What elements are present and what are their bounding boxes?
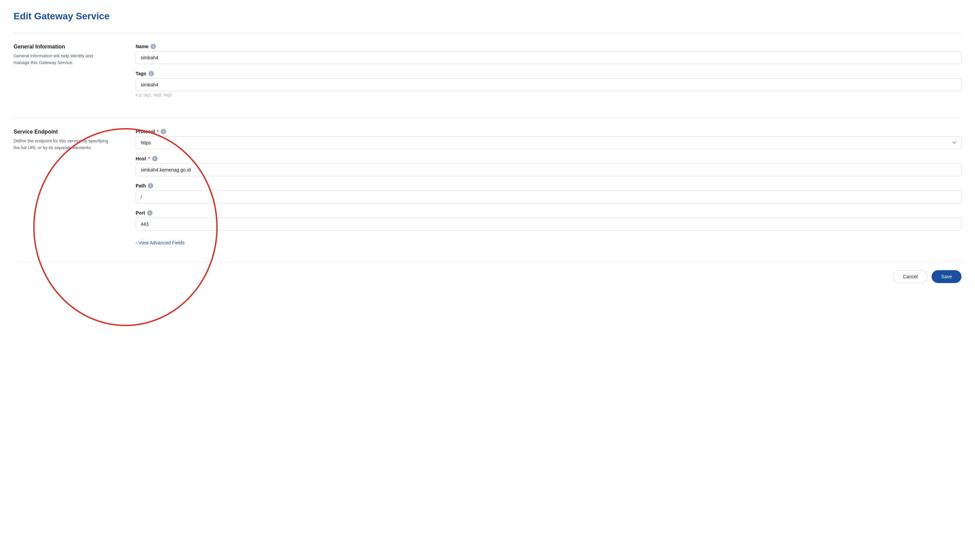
general-info-fields: Name i Tags i e.g. tag1, tag2, tag3 [136,44,962,104]
path-info-icon[interactable]: i [148,183,153,188]
host-field-group: Host * i [136,156,962,176]
name-label: Name i [136,44,962,49]
service-endpoint-layout: Service Endpoint Define the endpoint for… [13,129,962,245]
port-field-group: Port i [136,210,962,230]
name-field-group: Name i [136,44,962,64]
tags-label: Tags i [136,71,962,76]
host-input[interactable] [136,163,962,176]
tags-hint: e.g. tag1, tag2, tag3 [136,93,962,97]
footer-actions: Cancel Save [13,262,962,283]
view-advanced-fields-link[interactable]: › View Advanced Fields [136,240,185,245]
divider-2 [13,118,962,118]
service-endpoint-description: Service Endpoint Define the endpoint for… [13,129,108,245]
port-label: Port i [136,210,962,216]
general-info-description: General Information General information … [13,44,108,104]
general-info-desc-text: General information will help identify a… [13,53,108,66]
chevron-right-icon: › [136,240,137,245]
save-button[interactable]: Save [932,270,962,283]
service-endpoint-title: Service Endpoint [13,129,108,135]
protocol-select[interactable]: http https grpc grpcs [136,136,962,149]
protocol-label: Protocol * i [136,129,962,134]
port-info-icon[interactable]: i [147,210,153,216]
service-endpoint-desc-text: Define the endpoint for this service by … [13,138,108,151]
general-information-section: General Information General information … [13,44,962,104]
path-label: Path i [136,183,962,188]
service-endpoint-section: Service Endpoint Define the endpoint for… [13,129,962,245]
tags-field-group: Tags i e.g. tag1, tag2, tag3 [136,71,962,97]
general-info-layout: General Information General information … [13,44,962,104]
general-info-title: General Information [13,44,108,50]
path-field-group: Path i [136,183,962,203]
protocol-info-icon[interactable]: i [161,129,166,134]
host-label: Host * i [136,156,962,162]
cancel-button[interactable]: Cancel [893,270,928,283]
service-endpoint-fields: Protocol * i http https grpc grpcs Host … [136,129,962,245]
tags-input[interactable] [136,78,962,91]
port-input[interactable] [136,218,962,230]
page-title: Edit Gateway Service [13,11,962,22]
path-input[interactable] [136,190,962,203]
protocol-field-group: Protocol * i http https grpc grpcs [136,129,962,149]
name-info-icon[interactable]: i [150,44,156,49]
tags-info-icon[interactable]: i [148,71,154,76]
name-input[interactable] [136,51,962,64]
host-info-icon[interactable]: i [152,156,158,162]
